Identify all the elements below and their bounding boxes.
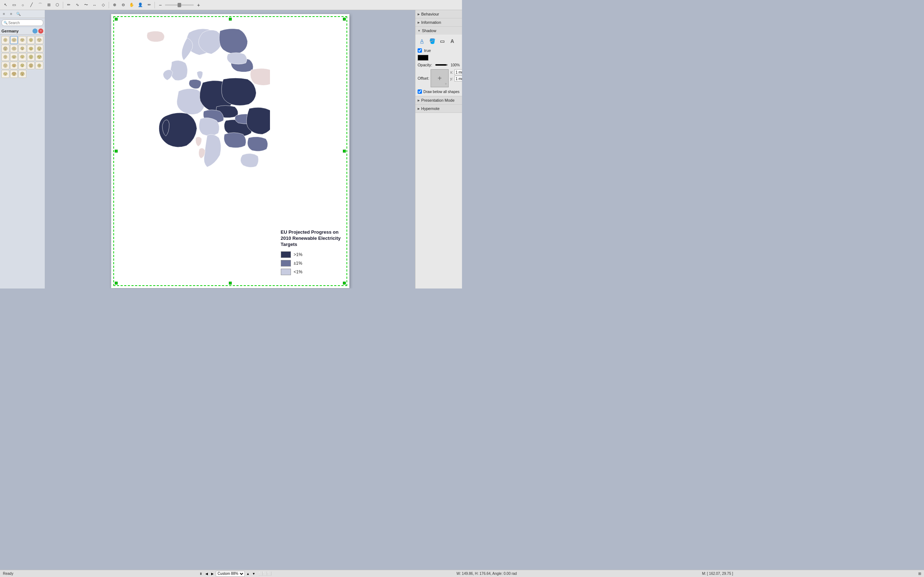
thumbnail-9[interactable] bbox=[27, 45, 35, 53]
style-icon-fill[interactable]: 🪣 bbox=[428, 37, 436, 45]
zoom-in-btn[interactable]: ⊕ bbox=[110, 1, 118, 9]
handle-bl[interactable] bbox=[115, 282, 118, 285]
zoom-in-icon[interactable]: + bbox=[195, 1, 202, 9]
thumbnail-6[interactable] bbox=[2, 45, 10, 53]
svg-point-8 bbox=[13, 40, 14, 41]
svg-point-29 bbox=[14, 47, 15, 48]
style-icon-box[interactable]: ▭ bbox=[438, 37, 446, 45]
select-tool[interactable]: ↖ bbox=[2, 1, 10, 9]
thumbnail-15[interactable] bbox=[36, 53, 43, 61]
hand-tool[interactable]: ✋ bbox=[128, 1, 136, 9]
svg-point-88 bbox=[5, 74, 6, 76]
thumbnail-12[interactable] bbox=[10, 53, 18, 61]
panel-save-btn[interactable] bbox=[32, 29, 37, 34]
thumbnail-3[interactable] bbox=[18, 36, 26, 44]
thumbnail-1[interactable] bbox=[2, 36, 10, 44]
svg-point-50 bbox=[14, 56, 15, 56]
offset-row: Offset: + + x: y: bbox=[418, 69, 460, 87]
thumbnail-18[interactable] bbox=[18, 62, 26, 69]
shadow-header[interactable]: ▼ Shadow bbox=[415, 27, 462, 35]
thumbnail-5[interactable] bbox=[36, 36, 43, 44]
svg-point-79 bbox=[31, 64, 32, 65]
shadow-label-text: true bbox=[424, 48, 431, 53]
thumbnail-21[interactable] bbox=[2, 70, 10, 78]
svg-point-75 bbox=[23, 64, 24, 65]
connect-tool[interactable]: ⊞ bbox=[45, 1, 53, 9]
pen-tool[interactable]: ✏ bbox=[65, 1, 73, 9]
thumbnail-4[interactable] bbox=[27, 36, 35, 44]
handle-tr[interactable] bbox=[343, 18, 346, 21]
thumbnail-2[interactable] bbox=[10, 36, 18, 44]
thumbnail-10[interactable] bbox=[36, 45, 43, 53]
hypernote-header[interactable]: ▶ Hypernote bbox=[415, 105, 462, 113]
bezier-tool[interactable]: ∿ bbox=[73, 1, 81, 9]
offset-box[interactable]: + + bbox=[431, 69, 449, 87]
svg-point-39 bbox=[30, 48, 32, 50]
panel-close-btn[interactable]: × bbox=[38, 29, 43, 34]
eyedropper-tool[interactable]: ✏ bbox=[145, 1, 153, 9]
opacity-slider[interactable] bbox=[435, 64, 448, 66]
zoom-out-icon[interactable]: − bbox=[156, 1, 164, 9]
thumbnail-14[interactable] bbox=[27, 53, 35, 61]
shape-tool[interactable]: ⬡ bbox=[53, 1, 61, 9]
person-tool[interactable]: 👤 bbox=[136, 1, 144, 9]
canvas-area[interactable]: EU Projected Progress on 2010 Renewable … bbox=[45, 10, 415, 288]
handle-br[interactable] bbox=[343, 282, 346, 285]
line-tool[interactable]: ╱ bbox=[27, 1, 36, 9]
svg-point-80 bbox=[30, 66, 32, 67]
y-input[interactable] bbox=[454, 76, 462, 82]
thumbnail-17[interactable] bbox=[10, 62, 18, 69]
zoom-slider[interactable] bbox=[165, 4, 194, 6]
thumbnail-22[interactable] bbox=[10, 70, 18, 78]
canvas-paper: EU Projected Progress on 2010 Renewable … bbox=[111, 14, 349, 288]
freehand-tool[interactable]: 〜 bbox=[82, 1, 90, 9]
shadow-color-swatch[interactable] bbox=[418, 55, 428, 61]
zoom-out-btn[interactable]: ⊖ bbox=[119, 1, 127, 9]
circle-tool[interactable]: ○ bbox=[19, 1, 27, 9]
behaviour-header[interactable]: ▶ Behaviour bbox=[415, 10, 462, 18]
information-section: ▶ Information bbox=[415, 18, 462, 27]
offset-coords: x: y: bbox=[450, 69, 462, 82]
panel-list-btn[interactable]: ≡ bbox=[8, 11, 15, 17]
thumbnail-19[interactable] bbox=[27, 62, 35, 69]
svg-point-20 bbox=[40, 39, 41, 40]
style-icon-underline[interactable]: A bbox=[418, 37, 426, 45]
svg-point-84 bbox=[39, 66, 40, 67]
coord-x-row: x: bbox=[450, 69, 462, 75]
thumbnail-8[interactable] bbox=[18, 45, 26, 53]
legend-item-2: ±1% bbox=[281, 260, 346, 266]
arrow-tool[interactable]: ↔ bbox=[90, 1, 99, 9]
information-header[interactable]: ▶ Information bbox=[415, 18, 462, 26]
thumbnail-23[interactable] bbox=[18, 70, 26, 78]
svg-point-91 bbox=[14, 73, 16, 74]
thumbnail-7[interactable] bbox=[10, 45, 18, 53]
svg-point-30 bbox=[13, 48, 14, 49]
thumbnail-20[interactable] bbox=[36, 62, 43, 69]
thumbnail-13[interactable] bbox=[18, 53, 26, 61]
style-icon-text[interactable]: A bbox=[448, 37, 457, 45]
svg-point-67 bbox=[5, 64, 6, 65]
handle-tc[interactable] bbox=[229, 18, 232, 21]
draw-below-checkbox[interactable] bbox=[418, 89, 422, 94]
panel-menu-btn[interactable]: ≡ bbox=[1, 11, 7, 17]
thumbnail-16[interactable] bbox=[2, 62, 10, 69]
handle-bc[interactable] bbox=[229, 282, 232, 285]
shadow-checkbox[interactable] bbox=[418, 48, 422, 53]
presentation-mode-header[interactable]: ▶ Presentation Mode bbox=[415, 96, 462, 104]
x-input[interactable] bbox=[454, 69, 462, 75]
svg-point-15 bbox=[30, 39, 31, 40]
legend-label-2: ±1% bbox=[294, 261, 302, 266]
hypernote-triangle: ▶ bbox=[418, 107, 420, 110]
diamond-tool[interactable]: ◇ bbox=[99, 1, 107, 9]
panel-search-btn[interactable]: 🔍 bbox=[15, 11, 22, 17]
handle-mr[interactable] bbox=[343, 150, 346, 153]
shadow-triangle: ▼ bbox=[418, 29, 420, 32]
svg-point-49 bbox=[12, 56, 13, 56]
curve-tool[interactable]: ⌒ bbox=[36, 1, 44, 9]
rect-tool[interactable]: ▭ bbox=[10, 1, 18, 9]
thumbnail-11[interactable] bbox=[2, 53, 10, 61]
handle-tl[interactable] bbox=[115, 18, 118, 21]
svg-point-63 bbox=[40, 56, 41, 57]
search-input[interactable] bbox=[2, 19, 43, 26]
panel-header: Germany × bbox=[0, 27, 45, 35]
